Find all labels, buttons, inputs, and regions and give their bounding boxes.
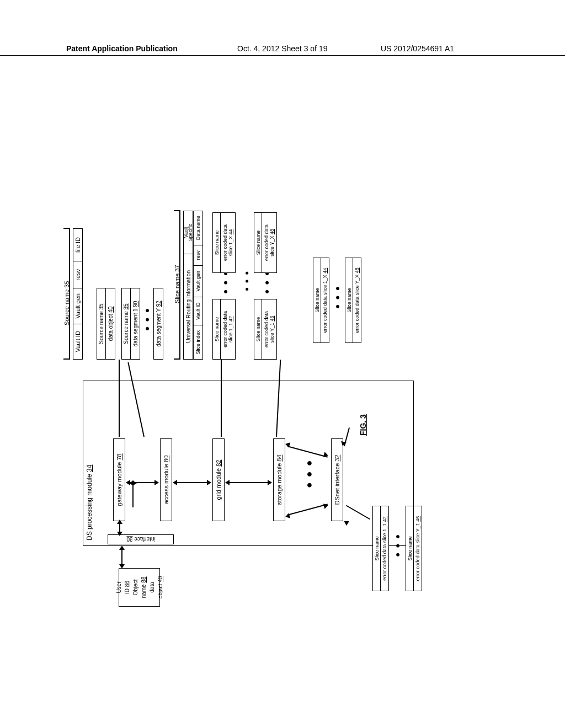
slc-top-line bbox=[179, 211, 180, 360]
resv2-cell: resv bbox=[194, 245, 202, 265]
vault-id-cell: Vault ID bbox=[73, 324, 83, 359]
arrowhead-up-ga bbox=[126, 480, 130, 485]
page: Patent Application Publication Oct. 4, 2… bbox=[0, 0, 565, 728]
line-ga bbox=[127, 482, 157, 483]
slice-name-row2: Slice index Vault ID Vault gen resv Data… bbox=[193, 211, 203, 360]
b-sn-YX: Slice name bbox=[345, 258, 353, 343]
line-gw-dataobj bbox=[119, 360, 120, 437]
ec-Y1-box: error coded dataslice Y_1 46 bbox=[262, 299, 277, 360]
header-center: Oct. 4, 2012 Sheet 3 of 19 bbox=[237, 44, 327, 53]
slc-rv bbox=[174, 211, 180, 212]
dots-storage-dsnet: ● ● ● bbox=[303, 459, 315, 488]
src-rv bbox=[63, 228, 70, 229]
dots-row1: ● ● ● bbox=[221, 270, 230, 294]
src-top-line bbox=[69, 228, 70, 360]
arrowhead-up-ag bbox=[173, 480, 177, 485]
arrowhead-down-ga bbox=[154, 480, 159, 485]
ec-1X-box: error coded dataslice 1_X 44 bbox=[220, 212, 236, 273]
dots-segments: ● ● ● bbox=[142, 307, 151, 331]
arrowhead-down-ag bbox=[207, 480, 211, 485]
data-obj-box: data object 40 bbox=[105, 288, 115, 360]
header-right: US 2012/0254691 A1 bbox=[381, 44, 454, 53]
b-ec-Y1: error coded data slice Y_1 46 bbox=[413, 506, 422, 591]
arrowhead-down-gs bbox=[268, 480, 272, 485]
gateway-module: gateway module 78 bbox=[113, 438, 125, 521]
object-name-label: Objectname 88 bbox=[131, 577, 148, 598]
ec-YX-box: error coded dataslice Y_X 48 bbox=[262, 212, 277, 273]
figure-label: FIG. 3 bbox=[359, 414, 367, 436]
diagram: UserID 86 Objectname 88 dataobject 40 DS… bbox=[66, 110, 508, 634]
seg1-box: data segment 1 90 bbox=[130, 288, 140, 360]
dots-bl: ● ● ● bbox=[393, 533, 402, 557]
arrow-input-interface bbox=[121, 549, 122, 565]
input-block: UserID 86 Objectname 88 dataobject 40 bbox=[119, 568, 160, 607]
rotated-figure: UserID 86 Objectname 88 dataobject 40 DS… bbox=[66, 110, 508, 607]
header-left: Patent Application Publication bbox=[66, 44, 178, 53]
slc-lv bbox=[174, 359, 180, 360]
slice-name-row1: Universal Routing Information VaultSpeci… bbox=[183, 211, 193, 360]
b-ec-1X: error coded data slice 1_X 44 bbox=[321, 258, 329, 343]
ec-11-box: error coded dataslice 1_1 42 bbox=[220, 299, 236, 360]
sn-11-label: Slice name bbox=[212, 299, 220, 360]
line-gs bbox=[226, 482, 270, 483]
user-id-label: UserID 86 bbox=[115, 581, 131, 594]
grid-module: grid module 82 bbox=[212, 438, 225, 521]
source-name-row: Vault ID Vault gen resv file ID bbox=[73, 228, 83, 360]
b-ec-YX: error coded data slice Y_X 48 bbox=[353, 258, 361, 343]
sn-1X-label: Slice name bbox=[212, 212, 220, 273]
uri-cell: Universal Routing Information bbox=[184, 254, 193, 359]
dots-between-groups: ● ● ● bbox=[243, 270, 250, 291]
b-sn-11: Slice name bbox=[372, 506, 380, 591]
storage-module: storage module 84 bbox=[273, 438, 285, 521]
src1-label: Source name 35 bbox=[97, 288, 105, 360]
data-object-label: dataobject 40 bbox=[148, 576, 164, 599]
b-sn-1X: Slice name bbox=[313, 258, 321, 343]
src-lv bbox=[63, 359, 70, 360]
slice-index-cell: Slice index bbox=[194, 325, 202, 359]
src2-label: Source name 35 bbox=[121, 288, 130, 360]
dots-rowY: ● ● ● bbox=[262, 270, 271, 294]
access-module: access module 80 bbox=[160, 438, 172, 521]
interface-label: interface 30 bbox=[126, 536, 155, 542]
ds-processing-module bbox=[83, 381, 414, 546]
vault-gen-cell: Vault gen bbox=[73, 288, 83, 323]
sn-Y1-label: Slice name bbox=[254, 299, 262, 360]
vault-specific-cell: VaultSpecific bbox=[182, 211, 194, 254]
arrow-if-gateway bbox=[119, 523, 120, 533]
b-ec-11: error coded data slice 1_1 42 bbox=[380, 506, 389, 591]
file-id-cell: file ID bbox=[73, 229, 83, 261]
page-header: Patent Application Publication Oct. 4, 2… bbox=[0, 44, 565, 56]
segY-box: data segment Y 92 bbox=[153, 288, 163, 360]
resv-cell: resv bbox=[73, 261, 83, 288]
line-ag bbox=[174, 482, 210, 483]
vault-id2-cell: Vault ID bbox=[194, 297, 202, 325]
ds-processing-title: DS processing module 34 bbox=[86, 465, 93, 540]
arrow-gateway-access bbox=[132, 483, 134, 507]
vault-gen2-cell: Vault gen bbox=[194, 265, 202, 297]
arrowhead-up-gs bbox=[225, 480, 230, 485]
b-sn-Y1: Slice name bbox=[406, 506, 413, 591]
data-name-cell: Data name bbox=[194, 211, 202, 245]
dots-br: ● ● ● bbox=[333, 285, 342, 309]
dsnet-interface: DSnet interface 32 bbox=[331, 438, 343, 521]
line-grid-slices bbox=[221, 360, 222, 437]
sn-YX-label: Slice name bbox=[254, 212, 262, 273]
